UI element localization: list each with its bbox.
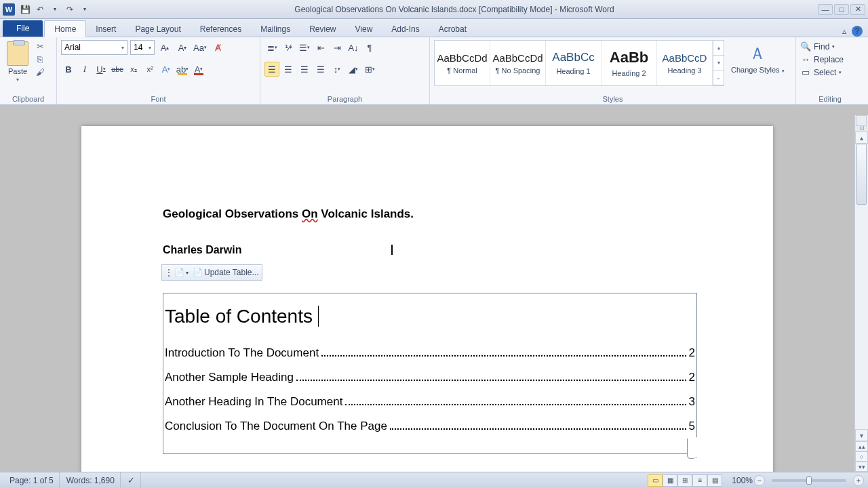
tab-insert[interactable]: Insert (86, 21, 125, 37)
status-words[interactable]: Words: 1,690 (61, 472, 121, 488)
tab-addins[interactable]: Add-Ins (382, 21, 429, 37)
toc-options-icon[interactable]: 📄 (174, 268, 184, 277)
line-spacing-button[interactable]: ↕▾ (330, 62, 344, 77)
document-author[interactable]: Charles Darwin (163, 244, 692, 256)
zoom-out-button[interactable]: − (754, 475, 765, 486)
align-left-button[interactable]: ☰ (264, 62, 279, 77)
tab-page-layout[interactable]: Page Layout (125, 21, 190, 37)
toc-field-toolbar[interactable]: ⋮ 📄 ▾ 📄 Update Table... (161, 264, 262, 281)
redo-icon[interactable]: ↷ (64, 3, 76, 16)
browse-object-button[interactable]: ○ (855, 451, 868, 462)
select-button[interactable]: ▭Select ▾ (800, 67, 844, 77)
styles-gallery[interactable]: AaBbCcDd¶ Normal AaBbCcDd¶ No Spacing Aa… (434, 40, 724, 86)
document-title[interactable]: Geological Observations On Volcanic Isla… (163, 207, 692, 221)
prev-page-button[interactable]: ▴▴ (855, 441, 868, 451)
change-case-button[interactable]: Aa▾ (193, 40, 208, 55)
print-layout-view[interactable]: ▭ (648, 474, 663, 487)
replace-button[interactable]: ↔Replace (800, 54, 844, 64)
highlight-button[interactable]: ab▾ (175, 62, 190, 77)
sort-button[interactable]: A↓ (346, 40, 361, 55)
clear-formatting-button[interactable]: Ⱥ (210, 40, 225, 55)
tab-view[interactable]: View (346, 21, 382, 37)
format-painter-icon[interactable]: 🖌 (34, 67, 46, 77)
status-page[interactable]: Page: 1 of 5 (4, 472, 60, 488)
tab-review[interactable]: Review (300, 21, 345, 37)
strikethrough-button[interactable]: abc (110, 62, 125, 77)
cut-icon[interactable]: ✂ (34, 41, 46, 52)
ruler-toggle[interactable] (856, 115, 867, 126)
numbering-button[interactable]: ⅟▾ (281, 40, 296, 55)
superscript-button[interactable]: x² (142, 62, 157, 77)
toc-entry[interactable]: Introduction To The Document 2 (163, 346, 696, 360)
toc-field[interactable]: Table of Contents Introduction To The Do… (163, 293, 697, 454)
scroll-down-button[interactable]: ▾ (855, 429, 868, 441)
bullets-button[interactable]: ≣▾ (264, 40, 279, 55)
italic-button[interactable]: I (77, 62, 92, 77)
grow-font-button[interactable]: A▴ (157, 40, 172, 55)
undo-icon[interactable]: ↶ (34, 3, 46, 16)
subscript-button[interactable]: x₂ (126, 62, 141, 77)
tab-mailings[interactable]: Mailings (251, 21, 300, 37)
style-heading-3[interactable]: AaBbCcDHeading 3 (657, 41, 713, 85)
toc-entry[interactable]: Conclusion To The Document On The Page 5 (163, 420, 696, 433)
close-button[interactable]: ✕ (850, 4, 865, 15)
tab-acrobat[interactable]: Acrobat (429, 21, 476, 37)
font-name-combo[interactable]: Arial▾ (61, 40, 127, 55)
scroll-thumb[interactable] (856, 144, 867, 205)
maximize-button[interactable]: □ (834, 4, 849, 15)
chevron-down-icon[interactable]: ▾ (49, 3, 61, 16)
zoom-thumb[interactable] (806, 476, 812, 485)
save-icon[interactable]: 💾 (19, 3, 31, 16)
copy-icon[interactable]: ⎘ (34, 54, 46, 64)
help-icon[interactable]: ? (852, 26, 863, 37)
tab-references[interactable]: References (191, 21, 251, 37)
style-heading-1[interactable]: AaBbCcHeading 1 (546, 41, 601, 85)
next-page-button[interactable]: ▾▾ (855, 462, 868, 472)
align-right-button[interactable]: ☰ (297, 62, 312, 77)
font-color-button[interactable]: A▾ (191, 62, 206, 77)
toc-handle-icon[interactable]: ⋮ (165, 268, 173, 277)
font-size-combo[interactable]: 14▾ (130, 40, 155, 55)
change-styles-button[interactable]: Ａ Change Styles ▾ (727, 40, 789, 77)
web-layout-view[interactable]: ⊞ (677, 474, 692, 487)
justify-button[interactable]: ☰ (313, 62, 328, 77)
decrease-indent-button[interactable]: ⇤ (313, 40, 328, 55)
style-normal[interactable]: AaBbCcDd¶ Normal (435, 41, 490, 85)
shading-button[interactable]: ◢▾ (346, 62, 361, 77)
zoom-level[interactable]: 100% (732, 476, 753, 485)
bold-button[interactable]: B (61, 62, 76, 77)
minimize-ribbon-icon[interactable]: ▵ (842, 26, 846, 36)
paste-button[interactable]: Paste ▾ (4, 40, 31, 84)
find-button[interactable]: 🔍Find ▾ (800, 41, 844, 52)
toc-heading[interactable]: Table of Contents (163, 306, 696, 327)
draft-view[interactable]: ▤ (707, 474, 722, 487)
outline-view[interactable]: ≡ (692, 474, 707, 487)
toc-entry[interactable]: Another Sample Heading 2 (163, 371, 696, 384)
page[interactable]: Geological Observations On Volcanic Isla… (81, 126, 773, 472)
align-center-button[interactable]: ☰ (281, 62, 296, 77)
chevron-down-icon[interactable]: ▾ (186, 270, 189, 276)
vertical-scrollbar[interactable]: ▴ ▾ ▴▴ ○ ▾▾ (854, 115, 868, 472)
text-effects-button[interactable]: A▾ (159, 62, 174, 77)
tab-file[interactable]: File (3, 20, 43, 37)
customize-qat-icon[interactable]: ▾ (79, 3, 91, 16)
increase-indent-button[interactable]: ⇥ (330, 40, 344, 55)
proofing-icon[interactable]: ✓ (122, 472, 141, 488)
zoom-in-button[interactable]: + (853, 475, 864, 486)
style-no-spacing[interactable]: AaBbCcDd¶ No Spacing (490, 41, 546, 85)
scroll-track[interactable] (855, 144, 868, 429)
multilevel-list-button[interactable]: ☰▾ (297, 40, 312, 55)
scroll-up-button[interactable]: ▴ (855, 131, 868, 144)
shrink-font-button[interactable]: A▾ (175, 40, 190, 55)
update-table-button[interactable]: Update Table... (204, 268, 259, 277)
show-marks-button[interactable]: ¶ (362, 40, 377, 55)
minimize-button[interactable]: — (818, 4, 833, 15)
gallery-scroll[interactable]: ▴▾⌄ (713, 41, 724, 85)
tab-home[interactable]: Home (44, 20, 86, 37)
zoom-slider[interactable] (772, 479, 846, 482)
full-screen-view[interactable]: ▦ (663, 474, 677, 487)
style-heading-2[interactable]: AaBbHeading 2 (601, 41, 657, 85)
borders-button[interactable]: ⊞▾ (362, 62, 377, 77)
underline-button[interactable]: U▾ (94, 62, 108, 77)
toc-entry[interactable]: Another Heading In The Document 3 (163, 395, 696, 409)
